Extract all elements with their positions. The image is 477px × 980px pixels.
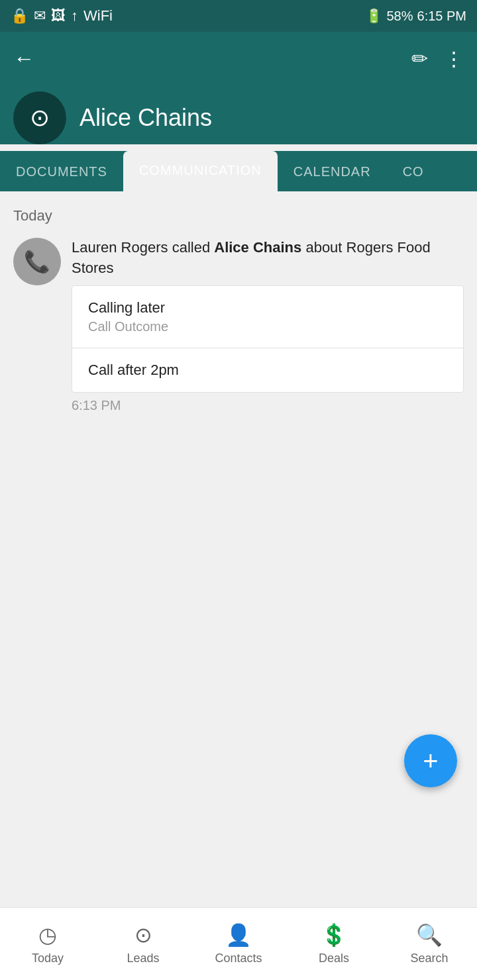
deals-icon: 💲 [321, 922, 347, 948]
battery-percent: 58% [386, 9, 413, 24]
activity-time: 6:13 PM [72, 398, 464, 413]
tab-calendar[interactable]: CALENDAR [278, 152, 387, 191]
status-bar: 🔒 ✉ 🖼 ↑ WiFi 🔋 58% 6:15 PM [0, 0, 477, 32]
nav-search[interactable]: 🔍 Search [382, 922, 477, 965]
status-icons-left: 🔒 ✉ 🖼 ↑ WiFi [11, 7, 113, 24]
profile-name: Alice Chains [80, 104, 212, 132]
activity-item: 📞 Lauren Rogers called Alice Chains abou… [13, 238, 464, 413]
avatar-icon: ⊙ [30, 104, 50, 132]
nav-today-label: Today [32, 952, 64, 965]
tab-co[interactable]: CO [387, 152, 440, 191]
nav-search-label: Search [410, 952, 448, 965]
nav-today[interactable]: ◷ Today [0, 922, 95, 965]
today-icon: ◷ [38, 922, 57, 948]
phone-icon: 📞 [24, 249, 50, 274]
call-icon-circle: 📞 [13, 238, 61, 285]
bottom-nav: ◷ Today ⊙ Leads 👤 Contacts 💲 Deals 🔍 Sea… [0, 907, 477, 980]
more-options-button[interactable]: ⋮ [444, 47, 464, 70]
activity-text: Lauren Rogers called Alice Chains about … [72, 238, 464, 279]
top-bar: ← ✏ ⋮ [0, 32, 477, 85]
dropdown-item-subtitle: Call Outcome [88, 319, 447, 334]
status-icons-right: 🔋 58% 6:15 PM [366, 8, 466, 24]
contacts-icon: 👤 [225, 922, 252, 948]
time-display: 6:15 PM [417, 9, 466, 24]
nav-contacts[interactable]: 👤 Contacts [191, 922, 286, 965]
avatar: ⊙ [13, 91, 66, 144]
edit-button[interactable]: ✏ [411, 47, 428, 70]
fab-button[interactable]: + [404, 734, 457, 787]
nav-leads[interactable]: ⊙ Leads [95, 922, 191, 965]
battery-icon: 🔋 [366, 8, 382, 24]
lock-icon: 🔒 [11, 7, 28, 24]
top-bar-right: ✏ ⋮ [411, 47, 464, 70]
content-area: Today 📞 Lauren Rogers called Alice Chain… [0, 191, 477, 827]
upload-icon: ↑ [71, 7, 78, 24]
profile-section: ⊙ Alice Chains [0, 85, 477, 144]
fab-plus-icon: + [423, 746, 438, 776]
mail-icon: ✉ [34, 7, 46, 24]
dropdown-item-title: Calling later [88, 299, 447, 317]
tab-documents[interactable]: DOCUMENTS [0, 152, 123, 191]
dropdown-item-call-after[interactable]: Call after 2pm [72, 348, 463, 392]
tab-communication[interactable]: COMMUNICATION [123, 151, 278, 191]
back-button[interactable]: ← [13, 46, 34, 71]
tabs-container: DOCUMENTS COMMUNICATION CALENDAR CO [0, 151, 477, 191]
nav-deals-label: Deals [319, 952, 349, 965]
nav-deals[interactable]: 💲 Deals [286, 922, 382, 965]
top-bar-left: ← [13, 46, 34, 71]
wifi-icon: WiFi [83, 7, 113, 24]
dropdown-card: Calling later Call Outcome Call after 2p… [72, 285, 464, 393]
activity-content: Lauren Rogers called Alice Chains about … [72, 238, 464, 413]
dropdown-item-calling-later[interactable]: Calling later Call Outcome [72, 286, 463, 348]
leads-icon: ⊙ [134, 922, 152, 948]
nav-contacts-label: Contacts [215, 952, 262, 965]
search-icon: 🔍 [416, 922, 443, 948]
image-icon: 🖼 [51, 7, 66, 24]
section-date: Today [13, 207, 464, 224]
nav-leads-label: Leads [127, 952, 159, 965]
dropdown-item-single-text: Call after 2pm [88, 362, 447, 379]
